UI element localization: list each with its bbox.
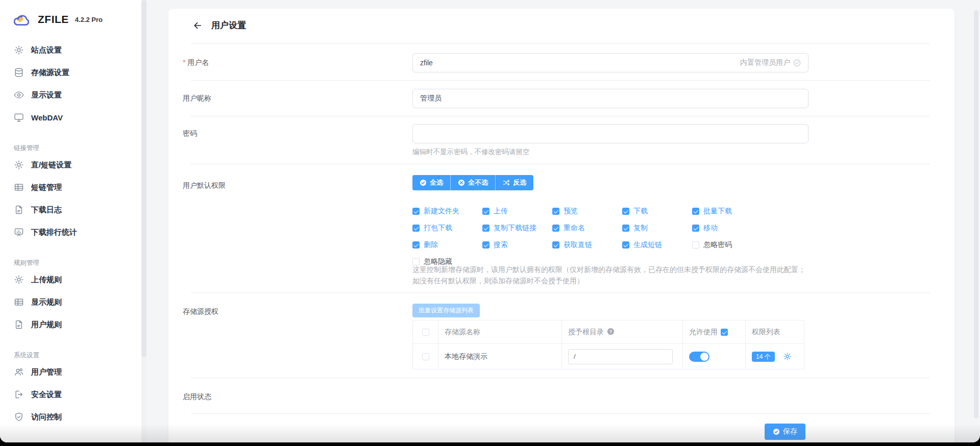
monitor-icon xyxy=(14,112,24,122)
select-all-button[interactable]: 全选 xyxy=(412,175,450,190)
root-directory-input[interactable]: / xyxy=(568,349,673,364)
brand-version: 4.2.2 Pro xyxy=(75,16,103,23)
sidebar-item-display-rules[interactable]: 显示规则 xyxy=(0,291,141,313)
password-input[interactable] xyxy=(412,124,808,143)
permission-settings-gear-icon[interactable] xyxy=(778,352,792,361)
sidebar-item-label: 下载日志 xyxy=(31,205,62,215)
batch-set-storage-button[interactable]: 批量设置存储源列表 xyxy=(412,304,480,317)
password-label: 密码 xyxy=(183,129,197,138)
sidebar-item-access-control[interactable]: 访问控制 xyxy=(0,406,141,428)
x-circle-icon xyxy=(458,179,465,186)
sidebar-item-display-settings[interactable]: 显示设置 xyxy=(0,84,141,106)
permission-checkbox-download[interactable]: 下载 xyxy=(622,206,692,216)
permission-checkbox-short-link[interactable]: 生成短链 xyxy=(622,240,692,250)
gear-icon xyxy=(14,275,24,285)
svg-text:?: ? xyxy=(609,329,612,334)
database-icon xyxy=(14,67,24,78)
sidebar-item-storage-settings[interactable]: 存储源设置 xyxy=(0,61,141,84)
allow-all-checkbox[interactable] xyxy=(721,327,728,337)
username-input[interactable]: zfile 内置管理员用户 xyxy=(412,53,808,72)
shuffle-icon xyxy=(503,179,510,186)
permission-checkbox-upload[interactable]: 上传 xyxy=(482,206,552,216)
sidebar-item-label: 显示设置 xyxy=(31,90,62,100)
permission-checkbox-batch-download[interactable]: 批量下载 xyxy=(692,206,811,216)
storage-table: 存储源名称 授予根目录 ? 允许使用 权限列表 本地存储演示 / xyxy=(412,320,804,369)
checkbox-icon xyxy=(692,225,699,232)
brand-name: ZFILE xyxy=(38,13,69,26)
permission-checkbox-move[interactable]: 移动 xyxy=(692,223,811,233)
sidebar-item-label: 显示规则 xyxy=(31,298,62,307)
permission-checkbox-direct-link[interactable]: 获取直链 xyxy=(552,240,622,250)
sidebar-item-upload-rules[interactable]: 上传规则 xyxy=(0,268,141,291)
permission-checkbox-ignore-password[interactable]: 忽略密码 xyxy=(692,240,811,250)
sidebar: ZFILE 4.2.2 Pro 站点设置 存储源设置 显示设置 WebDAV 链… xyxy=(0,0,141,442)
logout-icon xyxy=(14,389,24,400)
invert-selection-button[interactable]: 反选 xyxy=(495,175,533,190)
question-circle-icon[interactable]: ? xyxy=(607,328,615,337)
nickname-input[interactable]: 管理员 xyxy=(412,89,808,108)
permission-checkbox-preview[interactable]: 预览 xyxy=(552,206,622,216)
divider xyxy=(191,413,930,414)
sidebar-scrollbar-thumb[interactable] xyxy=(141,0,146,357)
storage-authorization-label: 存储源授权 xyxy=(183,307,218,316)
gear-icon xyxy=(14,45,24,55)
checkbox-icon xyxy=(622,208,629,215)
document-icon xyxy=(14,319,24,330)
sidebar-item-download-log[interactable]: 下载日志 xyxy=(0,199,141,221)
permission-count-badge[interactable]: 14 个 xyxy=(752,352,775,362)
nickname-label: 用户昵称 xyxy=(183,94,211,103)
sidebar-item-label: 安全设置 xyxy=(31,390,62,400)
sidebar-item-user-management[interactable]: 用户管理 xyxy=(0,361,141,383)
permission-checkbox-delete[interactable]: 删除 xyxy=(412,240,482,250)
sidebar-section-link-management: 链接管理 xyxy=(0,144,141,153)
save-button[interactable]: 保存 xyxy=(765,424,805,440)
permission-action-group: 全选 全不选 反选 xyxy=(412,175,533,190)
checkbox-icon xyxy=(482,225,489,232)
divider xyxy=(191,43,930,44)
back-arrow-icon[interactable] xyxy=(192,20,203,31)
sidebar-item-direct-short-link-settings[interactable]: 直/短链设置 xyxy=(0,154,141,176)
checkbox-icon xyxy=(412,208,420,215)
sidebar-item-download-ranking[interactable]: 下载排行统计 xyxy=(0,221,141,243)
header-permission-list: 权限列表 xyxy=(746,320,805,343)
eye-icon xyxy=(14,90,24,100)
table-icon xyxy=(14,297,24,307)
main-scrollbar-thumb[interactable] xyxy=(974,10,978,418)
sidebar-item-user-rules[interactable]: 用户规则 xyxy=(0,313,141,336)
page-title: 用户设置 xyxy=(211,19,246,31)
header-storage-name: 存储源名称 xyxy=(438,320,562,343)
permission-checkbox-search[interactable]: 搜索 xyxy=(482,240,552,250)
users-icon xyxy=(14,367,24,377)
sidebar-item-webdav[interactable]: WebDAV xyxy=(0,106,141,129)
sidebar-item-label: 站点设置 xyxy=(31,45,62,55)
permission-checkbox-copy-download-link[interactable]: 复制下载链接 xyxy=(482,223,552,233)
header-checkbox[interactable] xyxy=(422,329,429,336)
checkbox-icon xyxy=(622,225,629,232)
permission-checkbox-copy[interactable]: 复制 xyxy=(622,223,692,233)
sidebar-section-system-settings: 系统设置 xyxy=(0,351,141,360)
sidebar-item-label: 用户规则 xyxy=(31,320,62,330)
permission-checkbox-new-folder[interactable]: 新建文件夹 xyxy=(412,206,482,216)
sidebar-item-label: 上传规则 xyxy=(31,275,62,285)
sidebar-item-security-settings[interactable]: 安全设置 xyxy=(0,383,141,406)
checkbox-icon xyxy=(482,241,489,249)
check-circle-icon xyxy=(773,428,780,435)
divider xyxy=(191,116,930,116)
enabled-status-label: 启用状态 xyxy=(183,392,211,402)
permission-checkbox-grid: 新建文件夹 上传 预览 下载 批量下载 打包下载 复制下载链接 重命名 复制 移… xyxy=(412,206,811,266)
sidebar-item-short-link-management[interactable]: 短链管理 xyxy=(0,176,141,199)
permission-checkbox-package-download[interactable]: 打包下载 xyxy=(412,223,482,233)
select-none-button[interactable]: 全不选 xyxy=(450,175,495,190)
username-value: zfile xyxy=(420,59,433,67)
sidebar-item-label: 短链管理 xyxy=(31,183,62,192)
row-checkbox[interactable] xyxy=(422,353,429,360)
allow-use-toggle[interactable] xyxy=(689,352,709,362)
sidebar-item-site-settings[interactable]: 站点设置 xyxy=(0,39,141,61)
checkbox-icon xyxy=(552,241,559,249)
username-suffix: 内置管理员用户 xyxy=(740,58,801,67)
divider xyxy=(191,164,930,164)
permission-checkbox-rename[interactable]: 重命名 xyxy=(552,223,622,233)
checkbox-icon xyxy=(482,208,489,215)
check-circle-icon xyxy=(793,59,801,67)
header-grant-root: 授予根目录 ? xyxy=(562,320,683,343)
